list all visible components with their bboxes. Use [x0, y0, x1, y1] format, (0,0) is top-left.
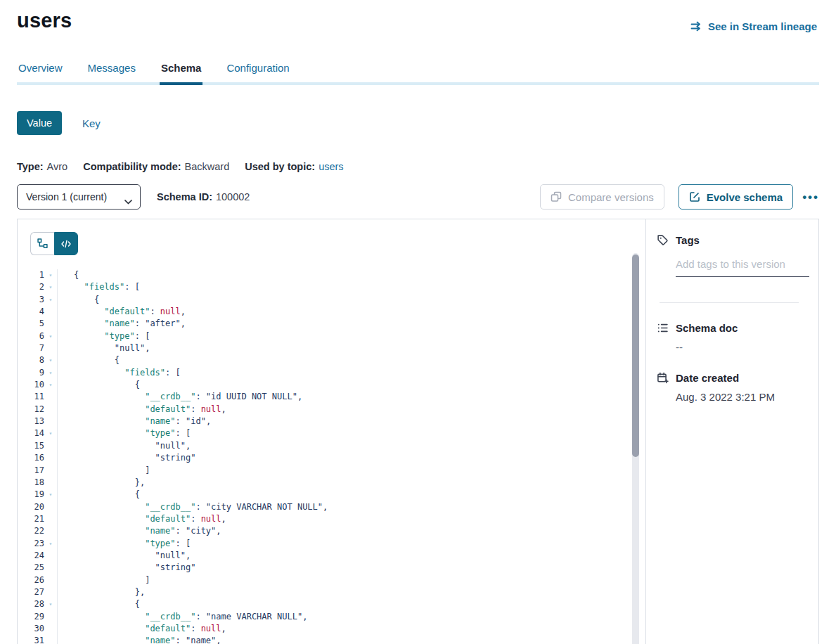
line-number: 30 [18, 623, 44, 635]
code-text: "default": null, [57, 404, 226, 416]
compare-versions-button[interactable]: Compare versions [540, 184, 664, 210]
code-text: "name": "city", [57, 525, 221, 537]
tab-messages[interactable]: Messages [86, 62, 137, 85]
schema-doc-section: Schema doc -- [657, 322, 809, 353]
value-key-toggle: Value Key [17, 111, 819, 135]
fold-toggle-icon[interactable]: ▾ [44, 489, 57, 501]
date-created-title: Date created [676, 372, 739, 384]
code-text: "default": null, [57, 623, 226, 635]
code-text: "__crdb__": "city VARCHAR NOT NULL", [57, 501, 328, 513]
type-label: Type: [17, 161, 44, 172]
fold-spacer [44, 574, 57, 586]
line-number: 6 [18, 330, 44, 342]
code-line: 5 "name": "after", [18, 318, 645, 330]
line-number: 7 [18, 342, 44, 354]
line-number: 12 [18, 404, 44, 416]
add-tags-input[interactable] [676, 258, 809, 277]
fold-spacer [44, 550, 57, 562]
line-number: 18 [18, 477, 44, 489]
code-text: "__crdb__": "id UUID NOT NULL", [57, 391, 302, 403]
tree-view-button[interactable] [30, 232, 54, 255]
tab-configuration[interactable]: Configuration [225, 62, 290, 85]
tab-overview[interactable]: Overview [17, 62, 64, 85]
fold-toggle-icon[interactable]: ▾ [44, 294, 57, 306]
list-icon [657, 322, 669, 334]
code-line: 3▾ { [18, 294, 645, 306]
fold-toggle-icon[interactable]: ▾ [44, 598, 57, 610]
code-line: 4 "default": null, [18, 306, 645, 318]
fold-toggle-icon[interactable]: ▾ [44, 367, 57, 379]
evolve-schema-button[interactable]: Evolve schema [679, 184, 793, 210]
line-number: 8 [18, 354, 44, 366]
version-select[interactable]: Version 1 (current) [17, 184, 141, 210]
code-line: 21 "default": null, [18, 513, 645, 525]
line-number: 14 [18, 427, 44, 439]
line-number: 4 [18, 306, 44, 318]
schema-panel: 1▾{2▾ "fields": [3▾ {4 "default": null,5… [17, 219, 819, 644]
line-number: 21 [18, 513, 44, 525]
schema-id-value: 100002 [216, 191, 250, 202]
topic-link[interactable]: users [319, 161, 343, 172]
fold-spacer [44, 306, 57, 318]
line-number: 22 [18, 525, 44, 537]
code-line: 16 "string" [18, 452, 645, 464]
fold-toggle-icon[interactable]: ▾ [44, 330, 57, 342]
fold-spacer [44, 391, 57, 403]
fold-toggle-icon[interactable]: ▾ [44, 269, 57, 281]
fold-spacer [44, 318, 57, 330]
fold-toggle-icon[interactable]: ▾ [44, 379, 57, 391]
editor-scrollbar-track[interactable] [632, 253, 639, 644]
line-number: 24 [18, 550, 44, 562]
fold-spacer [44, 623, 57, 635]
editor-scrollbar-thumb[interactable] [632, 255, 639, 457]
code-text: ] [57, 465, 150, 477]
code-line: 18 }, [18, 477, 645, 489]
line-number: 13 [18, 416, 44, 427]
fold-spacer [44, 452, 57, 464]
compatibility-label: Compatibility mode: [83, 161, 181, 172]
fold-toggle-icon[interactable]: ▾ [44, 281, 57, 293]
schema-doc-value: -- [676, 341, 809, 353]
fold-toggle-icon[interactable]: ▾ [44, 354, 57, 366]
type-value: Avro [47, 161, 68, 172]
value-tab-button[interactable]: Value [17, 111, 62, 135]
code-text: { [57, 354, 120, 366]
schema-meta-row: Type:Avro Compatibility mode:Backward Us… [17, 161, 819, 172]
key-tab-button[interactable]: Key [82, 117, 101, 129]
compare-versions-label: Compare versions [568, 191, 654, 203]
date-created-value: Aug. 3 2022 3:21 PM [676, 391, 809, 403]
code-text: }, [57, 477, 145, 489]
code-text: "type": [ [57, 427, 191, 439]
code-line: 28▾ { [18, 598, 645, 610]
code-text: "type": [ [57, 330, 150, 342]
schema-code-editor[interactable]: 1▾{2▾ "fields": [3▾ {4 "default": null,5… [18, 269, 645, 644]
code-text: ] [57, 574, 150, 586]
tree-view-icon [37, 238, 48, 249]
fold-spacer [44, 342, 57, 354]
see-in-stream-lineage-link[interactable]: See in Stream lineage [690, 20, 817, 32]
code-lines: 1▾{2▾ "fields": [3▾ {4 "default": null,5… [18, 269, 645, 644]
more-options-button[interactable]: ••• [802, 191, 819, 203]
line-number: 17 [18, 465, 44, 477]
date-created-header: Date created [657, 372, 809, 384]
code-line: 15 "null", [18, 440, 645, 452]
fold-toggle-icon[interactable]: ▾ [44, 538, 57, 550]
topic-label: Used by topic: [245, 161, 315, 172]
code-line: 8▾ { [18, 354, 645, 366]
fold-spacer [44, 404, 57, 416]
stream-lineage-icon [690, 21, 702, 32]
schema-id: Schema ID:100002 [157, 191, 250, 202]
fold-spacer [44, 416, 57, 427]
code-view-button[interactable] [54, 232, 78, 255]
code-line: 19▾ { [18, 489, 645, 501]
chevron-down-icon [124, 195, 132, 207]
code-text: "name": "id", [57, 416, 211, 427]
tab-schema[interactable]: Schema [160, 62, 203, 85]
line-number: 19 [18, 489, 44, 501]
fold-spacer [44, 562, 57, 574]
code-text: "name": "after", [57, 318, 186, 330]
code-line: 29 "__crdb__": "name VARCHAR NULL", [18, 611, 645, 623]
fold-toggle-icon[interactable]: ▾ [44, 427, 57, 439]
line-number: 26 [18, 574, 44, 586]
line-number: 16 [18, 452, 44, 464]
